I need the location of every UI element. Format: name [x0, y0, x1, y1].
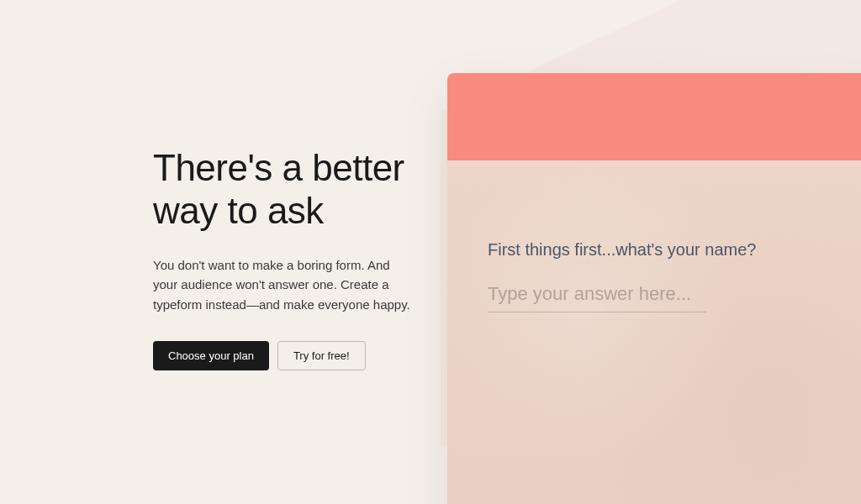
try-free-button[interactable]: Try for free!	[277, 341, 366, 370]
form-header-bar	[447, 73, 861, 160]
form-answer-input[interactable]	[488, 278, 706, 312]
choose-plan-button[interactable]: Choose your plan	[153, 341, 269, 370]
main-container: There's a better way to ask You don't wa…	[0, 0, 861, 504]
hero-headline: There's a better way to ask	[153, 147, 412, 232]
form-question-label: First things first...what's your name?	[488, 240, 861, 260]
hero-panel: There's a better way to ask You don't wa…	[0, 0, 437, 504]
form-preview-card: First things first...what's your name?	[447, 73, 861, 504]
hero-description: You don't want to make a boring form. An…	[153, 255, 412, 314]
form-body: First things first...what's your name?	[447, 160, 861, 504]
cta-button-row: Choose your plan Try for free!	[153, 341, 412, 370]
